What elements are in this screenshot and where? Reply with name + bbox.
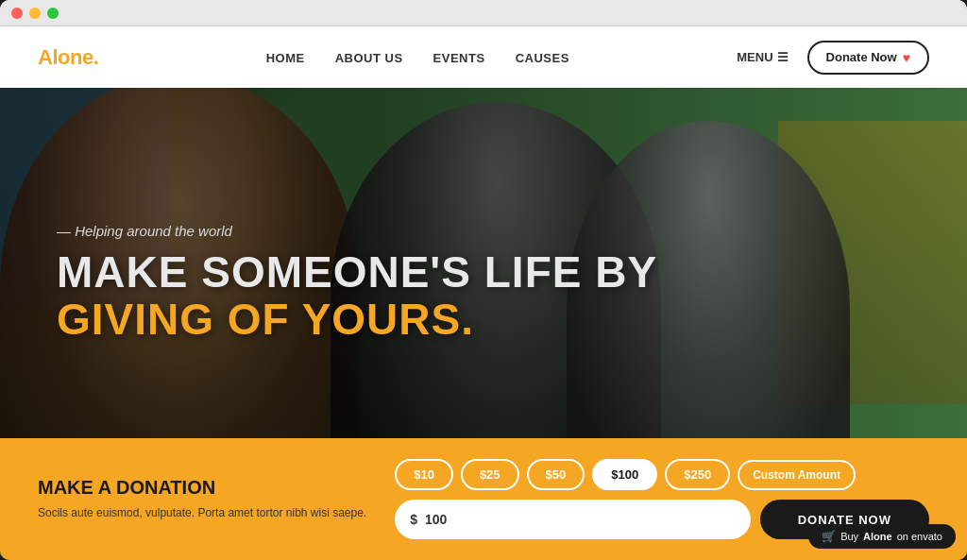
donation-title: MAKE A DONATION (38, 477, 366, 499)
amount-10[interactable]: $10 (395, 459, 453, 490)
amount-50[interactable]: $50 (527, 459, 585, 490)
title-bar (0, 0, 967, 26)
amount-input-wrap: $ (395, 500, 751, 539)
nav-item-events[interactable]: EVENTS (433, 49, 485, 66)
currency-symbol: $ (410, 512, 417, 527)
browser-window: Helping around the world MAKE SOMEONE'S … (0, 0, 967, 560)
amount-25[interactable]: $25 (461, 459, 519, 490)
page-content: Helping around the world MAKE SOMEONE'S … (0, 26, 967, 560)
site-logo[interactable]: Alone. (38, 45, 98, 70)
hero-title-gold: GIVING OF YOURS. (57, 296, 657, 344)
navbar: Alone. HOME ABOUT US EVENTS CAUSES MENU … (0, 26, 967, 88)
donation-info: MAKE A DONATION Socils aute euismod, vul… (38, 477, 366, 521)
amount-buttons: $10 $25 $50 $100 $250 Custom Amount (395, 459, 929, 490)
hero-title-white: MAKE SOMEONE'S LIFE BY (57, 248, 657, 297)
nav-item-about[interactable]: ABOUT US (335, 49, 403, 66)
donate-button[interactable]: Donate Now ♥ (807, 41, 929, 75)
hero-content: Helping around the world MAKE SOMEONE'S … (57, 223, 657, 344)
minimize-button[interactable] (29, 8, 41, 19)
nav-right: MENU ☰ Donate Now ♥ (737, 41, 929, 75)
amount-input[interactable] (425, 512, 736, 527)
custom-amount-button[interactable]: Custom Amount (738, 460, 856, 490)
envato-badge[interactable]: 🛒 Buy Alone on envato (808, 524, 956, 549)
amount-250[interactable]: $250 (665, 459, 730, 490)
amount-100[interactable]: $100 (592, 459, 657, 490)
menu-button[interactable]: MENU ☰ (737, 50, 788, 64)
nav-item-causes[interactable]: CAUSES (516, 49, 569, 66)
nav-item-home[interactable]: HOME (266, 49, 305, 66)
hero-tagline: Helping around the world (57, 223, 657, 239)
close-button[interactable] (11, 8, 23, 19)
heart-icon: ♥ (903, 50, 910, 65)
nav-links: HOME ABOUT US EVENTS CAUSES (266, 49, 569, 66)
donation-description: Socils aute euismod, vulputate. Porta am… (38, 504, 366, 521)
maximize-button[interactable] (47, 8, 59, 19)
cart-icon: 🛒 (822, 530, 836, 543)
